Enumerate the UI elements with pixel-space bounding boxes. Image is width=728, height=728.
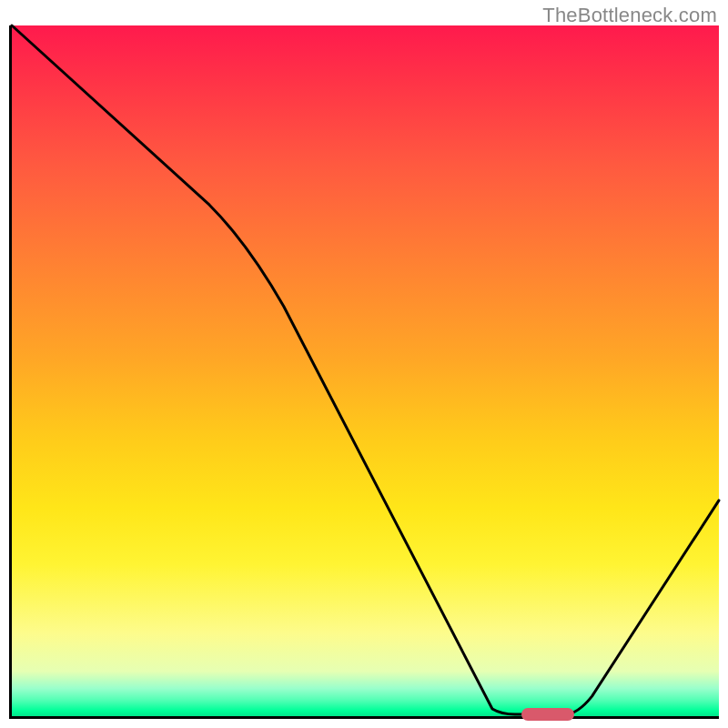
watermark-text: TheBottleneck.com	[542, 4, 717, 27]
bottleneck-curve-path	[12, 25, 719, 714]
chart-plot-area	[9, 25, 719, 719]
bottleneck-curve-svg	[12, 25, 719, 716]
optimal-range-marker	[521, 708, 574, 721]
